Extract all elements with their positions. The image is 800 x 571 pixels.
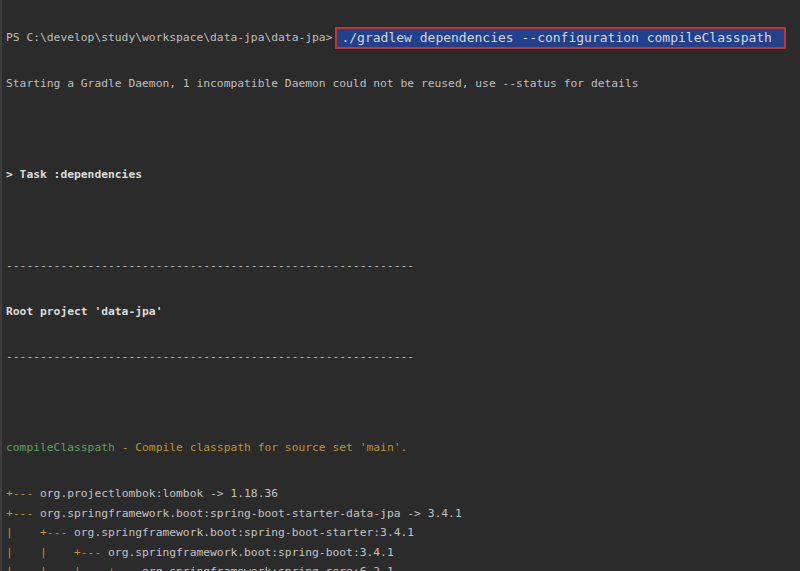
config-header: compileClasspath - Compile classpath for…	[6, 438, 800, 458]
task-header: > Task :dependencies	[6, 165, 800, 185]
tree-line: | +--- org.springframework.boot:spring-b…	[6, 523, 800, 543]
tree-line: +--- org.springframework.boot:spring-boo…	[6, 504, 800, 524]
dependency-text: org.springframework.boot:spring-boot:3.4…	[108, 546, 394, 559]
divider-bottom: ----------------------------------------…	[6, 347, 800, 367]
dependency-text: org.springframework.boot:spring-boot-sta…	[40, 507, 462, 520]
blank-line	[6, 119, 800, 139]
blank-line	[6, 210, 800, 230]
terminal-window[interactable]: PS C:\develop\study\workspace\data-jpa\d…	[0, 0, 800, 571]
tree-line: | | +--- org.springframework.boot:spring…	[6, 543, 800, 563]
config-description: - Compile classpath for source set 'main…	[115, 441, 407, 454]
prompt-text: PS C:\develop\study\workspace\data-jpa\d…	[6, 31, 332, 44]
daemon-message: Starting a Gradle Daemon, 1 incompatible…	[6, 74, 800, 94]
tree-prefix: +---	[6, 487, 40, 500]
tree-line: | | | +--- org.springframework:spring-co…	[6, 562, 800, 571]
tree-line: +--- org.projectlombok:lombok -> 1.18.36	[6, 484, 800, 504]
dependency-tree: +--- org.projectlombok:lombok -> 1.18.36…	[6, 484, 800, 571]
tree-prefix: | | +---	[6, 546, 108, 559]
divider-top: ----------------------------------------…	[6, 256, 800, 276]
prompt-line: PS C:\develop\study\workspace\data-jpa\d…	[6, 28, 800, 48]
tree-prefix: +---	[6, 507, 40, 520]
command-highlight: ./gradlew dependencies --configuration c…	[335, 27, 785, 49]
config-name: compileClasspath	[6, 441, 115, 454]
dependency-text: org.springframework.boot:spring-boot-sta…	[74, 526, 414, 539]
blank-line	[6, 393, 800, 413]
tree-prefix: | | | +---	[6, 565, 142, 571]
root-project-label: Root project 'data-jpa'	[6, 302, 800, 322]
dependency-text: org.springframework:spring-core:6.2.1	[142, 565, 394, 571]
dependency-text: org.projectlombok:lombok -> 1.18.36	[40, 487, 278, 500]
tree-prefix: | +---	[6, 526, 74, 539]
